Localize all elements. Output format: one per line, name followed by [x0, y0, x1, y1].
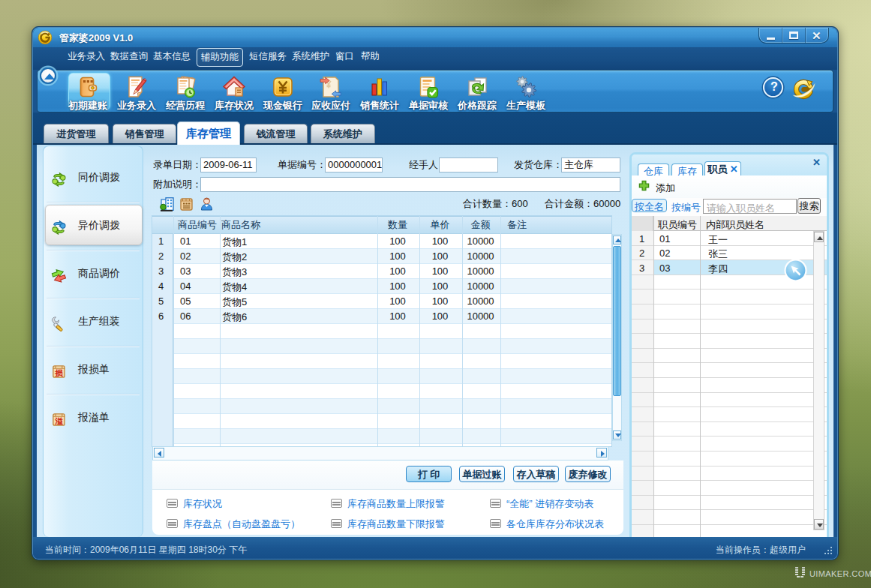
svg-text:损: 损	[54, 368, 63, 377]
svg-text:溢: 溢	[55, 416, 63, 425]
